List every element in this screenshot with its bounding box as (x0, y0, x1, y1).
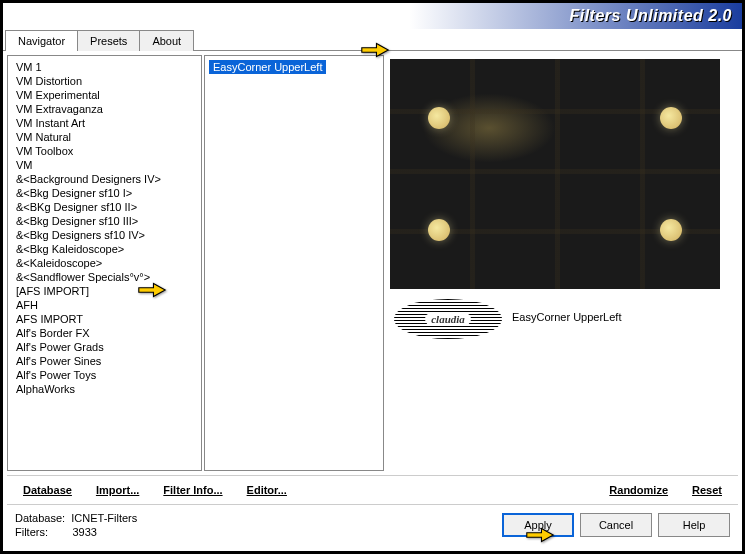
list-item[interactable]: VM (10, 158, 199, 172)
tab-about[interactable]: About (139, 30, 194, 51)
brand-logo: claudia (394, 299, 502, 339)
list-item[interactable]: VM Experimental (10, 88, 199, 102)
database-button[interactable]: Database (11, 482, 84, 498)
list-item[interactable]: &<Bkg Kaleidoscope> (10, 242, 199, 256)
list-item[interactable]: VM Distortion (10, 74, 199, 88)
list-item[interactable]: &<BKg Designer sf10 II> (10, 200, 199, 214)
tab-navigator[interactable]: Navigator (5, 30, 78, 51)
list-item[interactable]: AFH (10, 298, 199, 312)
list-item[interactable]: VM 1 (10, 60, 199, 74)
reset-button[interactable]: Reset (680, 482, 734, 498)
list-item[interactable]: Alf's Power Sines (10, 354, 199, 368)
list-item[interactable]: VM Extravaganza (10, 102, 199, 116)
preview-image (390, 59, 720, 289)
list-item[interactable]: &<Sandflower Specials°v°> (10, 270, 199, 284)
title-bar: Filters Unlimited 2.0 (3, 3, 742, 29)
toolbar: Database Import... Filter Info... Editor… (7, 475, 738, 505)
tab-presets[interactable]: Presets (77, 30, 140, 51)
list-item[interactable]: &<Bkg Designer sf10 I> (10, 186, 199, 200)
editor-button[interactable]: Editor... (235, 482, 299, 498)
preview-panel: claudia EasyCorner UpperLeft (386, 55, 738, 471)
list-item[interactable]: &<Bkg Designer sf10 III> (10, 214, 199, 228)
list-item[interactable]: AlphaWorks (10, 382, 199, 396)
randomize-button[interactable]: Randomize (597, 482, 680, 498)
list-item[interactable]: Alf's Power Toys (10, 368, 199, 382)
help-button[interactable]: Help (658, 513, 730, 537)
category-list-panel: VM 1VM DistortionVM ExperimentalVM Extra… (7, 55, 202, 471)
import-button[interactable]: Import... (84, 482, 151, 498)
list-item[interactable]: &<Bkg Designers sf10 IV> (10, 228, 199, 242)
footer-info: Database: ICNET-Filters Filters: 3933 (15, 511, 496, 539)
list-item[interactable]: &<Kaleidoscope> (10, 256, 199, 270)
database-value: ICNET-Filters (71, 512, 137, 524)
cancel-button[interactable]: Cancel (580, 513, 652, 537)
list-item[interactable]: [AFS IMPORT] (10, 284, 199, 298)
list-item[interactable]: Alf's Power Grads (10, 340, 199, 354)
list-item[interactable]: &<Background Designers IV> (10, 172, 199, 186)
app-title: Filters Unlimited 2.0 (569, 7, 732, 25)
current-filter-name: EasyCorner UpperLeft (512, 311, 730, 323)
category-list[interactable]: VM 1VM DistortionVM ExperimentalVM Extra… (8, 56, 201, 470)
list-item[interactable]: Alf's Border FX (10, 326, 199, 340)
filters-count: 3933 (72, 526, 96, 538)
list-item[interactable]: VM Instant Art (10, 116, 199, 130)
apply-button[interactable]: Apply (502, 513, 574, 537)
list-item[interactable]: VM Toolbox (10, 144, 199, 158)
tab-strip: Navigator Presets About (3, 29, 742, 51)
list-item[interactable]: AFS IMPORT (10, 312, 199, 326)
list-item[interactable]: VM Natural (10, 130, 199, 144)
footer: Database: ICNET-Filters Filters: 3933 Ap… (7, 505, 738, 547)
filter-info-button[interactable]: Filter Info... (151, 482, 234, 498)
filter-list-panel[interactable]: EasyCorner UpperLeft (204, 55, 384, 471)
filter-list-item-selected[interactable]: EasyCorner UpperLeft (209, 60, 326, 74)
